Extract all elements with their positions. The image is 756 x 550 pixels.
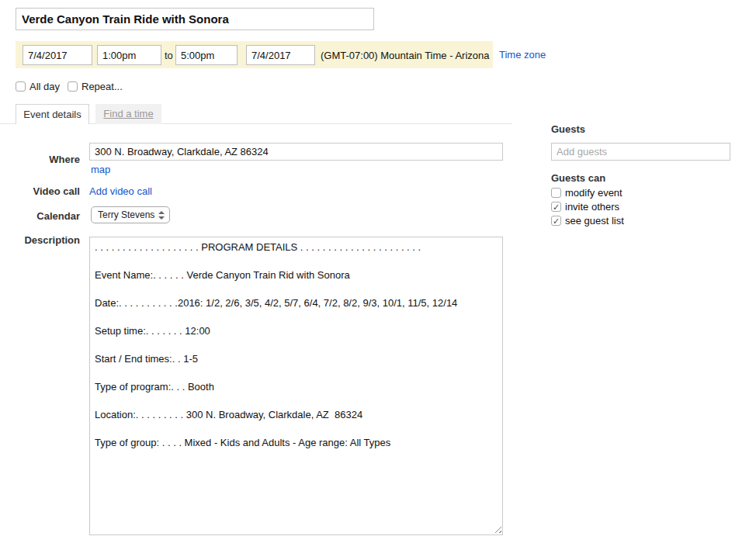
modify-event-label: modify event <box>565 187 622 199</box>
invite-others-checkbox[interactable] <box>551 202 561 212</box>
datetime-bar: to (GMT-07:00) Mountain Time - Arizona <box>16 41 493 68</box>
end-date-input[interactable] <box>246 45 315 65</box>
see-guest-list-label: see guest list <box>565 215 624 227</box>
timezone-link[interactable]: Time zone <box>499 49 546 61</box>
modify-event-checkbox[interactable] <box>551 188 561 198</box>
repeat-row: Repeat... <box>68 81 123 92</box>
see-guest-list-checkbox[interactable] <box>551 216 561 226</box>
tab-find-a-time[interactable]: Find a time <box>95 104 161 124</box>
end-time-input[interactable] <box>175 45 238 65</box>
description-label: Description <box>0 234 80 246</box>
repeat-checkbox[interactable] <box>68 81 78 92</box>
calendar-selected-value: Terry Stevens <box>92 209 158 220</box>
video-call-label: Video call <box>0 185 80 197</box>
to-label: to <box>165 50 173 61</box>
permission-row-modify-event: modify event <box>551 187 622 199</box>
map-link[interactable]: map <box>91 164 110 175</box>
start-time-input[interactable] <box>97 45 161 65</box>
permission-row-invite-others: invite others <box>551 201 619 213</box>
all-day-row: All day <box>16 81 60 92</box>
tab-event-details[interactable]: Event details <box>16 104 89 124</box>
description-textarea[interactable]: . . . . . . . . . . . . . . . . . . . PR… <box>89 237 503 535</box>
calendar-select[interactable]: Terry Stevens <box>91 206 170 223</box>
calendar-label: Calendar <box>0 210 80 222</box>
permission-row-see-guest-list: see guest list <box>551 215 624 227</box>
add-guests-input[interactable] <box>551 143 730 161</box>
guests-heading: Guests <box>551 123 585 135</box>
add-video-call-link[interactable]: Add video call <box>89 185 152 197</box>
where-label: Where <box>0 154 80 165</box>
event-title-input[interactable] <box>16 8 374 30</box>
all-day-label: All day <box>29 81 60 92</box>
all-day-checkbox[interactable] <box>16 81 26 92</box>
guests-can-heading: Guests can <box>551 172 605 184</box>
invite-others-label: invite others <box>565 201 619 213</box>
where-input[interactable] <box>89 143 503 161</box>
start-date-input[interactable] <box>23 45 92 65</box>
event-edit-page: to (GMT-07:00) Mountain Time - Arizona T… <box>0 0 756 550</box>
repeat-label: Repeat... <box>81 81 123 92</box>
timezone-display: (GMT-07:00) Mountain Time - Arizona <box>321 50 489 61</box>
select-stepper-icon <box>158 211 165 220</box>
